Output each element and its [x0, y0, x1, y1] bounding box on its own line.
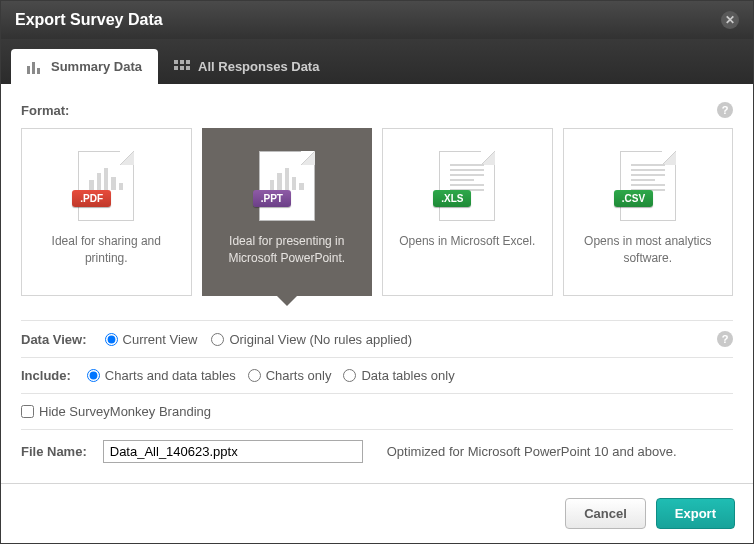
radio-label: Original View (No rules applied) — [229, 332, 412, 347]
file-icon: .XLS — [439, 151, 495, 221]
export-button[interactable]: Export — [656, 498, 735, 529]
format-cards: .PDF Ideal for sharing and printing. .PP… — [21, 128, 733, 296]
dialog-title: Export Survey Data — [15, 11, 163, 29]
filename-input[interactable] — [103, 440, 363, 463]
badge-xls: .XLS — [433, 190, 471, 207]
export-dialog: Export Survey Data ✕ Summary Data All Re… — [0, 0, 754, 544]
radio-input[interactable] — [248, 369, 261, 382]
hide-branding-row: Hide SurveyMonkey Branding — [21, 393, 733, 429]
radio-label: Charts only — [266, 368, 332, 383]
radio-input[interactable] — [87, 369, 100, 382]
card-desc: Ideal for sharing and printing. — [32, 233, 181, 267]
radio-charts-only[interactable]: Charts only — [248, 368, 332, 383]
format-label-row: Format: ? — [21, 102, 733, 118]
radio-input[interactable] — [211, 333, 224, 346]
checkbox-input[interactable] — [21, 405, 34, 418]
svg-rect-0 — [27, 66, 30, 74]
badge-pdf: .PDF — [72, 190, 111, 207]
radio-tables-only[interactable]: Data tables only — [343, 368, 454, 383]
tab-summary-data[interactable]: Summary Data — [11, 49, 158, 84]
svg-rect-2 — [37, 68, 40, 74]
format-card-xls[interactable]: .XLS Opens in Microsoft Excel. — [382, 128, 553, 296]
format-label: Format: — [21, 103, 69, 118]
svg-rect-5 — [186, 60, 190, 64]
radio-current-view[interactable]: Current View — [105, 332, 198, 347]
checkbox-label: Hide SurveyMonkey Branding — [39, 404, 211, 419]
dialog-footer: Cancel Export — [1, 483, 753, 543]
file-icon: .PPT — [259, 151, 315, 221]
svg-rect-3 — [174, 60, 178, 64]
tabs-bar: Summary Data All Responses Data — [1, 39, 753, 84]
card-desc: Opens in most analytics software. — [574, 233, 723, 267]
filename-label: File Name: — [21, 444, 87, 459]
radio-label: Current View — [123, 332, 198, 347]
format-card-csv[interactable]: .CSV Opens in most analytics software. — [563, 128, 734, 296]
radio-label: Charts and data tables — [105, 368, 236, 383]
filename-row: File Name: Optimized for Microsoft Power… — [21, 429, 733, 473]
svg-rect-6 — [174, 66, 178, 70]
tab-label: All Responses Data — [198, 59, 319, 74]
file-icon: .CSV — [620, 151, 676, 221]
svg-rect-1 — [32, 62, 35, 74]
help-icon[interactable]: ? — [717, 102, 733, 118]
bar-chart-icon — [27, 60, 43, 74]
file-icon: .PDF — [78, 151, 134, 221]
radio-input[interactable] — [105, 333, 118, 346]
radio-input[interactable] — [343, 369, 356, 382]
svg-rect-7 — [180, 66, 184, 70]
include-label: Include: — [21, 368, 71, 383]
dialog-content: Format: ? .PDF Ideal for sharing and pri… — [1, 84, 753, 489]
radio-original-view[interactable]: Original View (No rules applied) — [211, 332, 412, 347]
grid-icon — [174, 60, 190, 74]
data-view-label: Data View: — [21, 332, 87, 347]
checkbox-hide-branding[interactable]: Hide SurveyMonkey Branding — [21, 404, 211, 419]
cancel-button[interactable]: Cancel — [565, 498, 646, 529]
card-desc: Ideal for presenting in Microsoft PowerP… — [213, 233, 362, 267]
svg-rect-4 — [180, 60, 184, 64]
badge-csv: .CSV — [614, 190, 653, 207]
svg-rect-8 — [186, 66, 190, 70]
card-desc: Opens in Microsoft Excel. — [399, 233, 535, 250]
dialog-header: Export Survey Data ✕ — [1, 1, 753, 39]
data-view-row: Data View: Current View Original View (N… — [21, 320, 733, 357]
close-icon[interactable]: ✕ — [721, 11, 739, 29]
format-card-pdf[interactable]: .PDF Ideal for sharing and printing. — [21, 128, 192, 296]
tab-all-responses[interactable]: All Responses Data — [158, 49, 335, 84]
help-icon[interactable]: ? — [717, 331, 733, 347]
include-row: Include: Charts and data tables Charts o… — [21, 357, 733, 393]
radio-charts-and-tables[interactable]: Charts and data tables — [87, 368, 236, 383]
format-card-ppt[interactable]: .PPT Ideal for presenting in Microsoft P… — [202, 128, 373, 296]
badge-ppt: .PPT — [253, 190, 291, 207]
tab-label: Summary Data — [51, 59, 142, 74]
filename-note: Optimized for Microsoft PowerPoint 10 an… — [387, 444, 677, 459]
radio-label: Data tables only — [361, 368, 454, 383]
